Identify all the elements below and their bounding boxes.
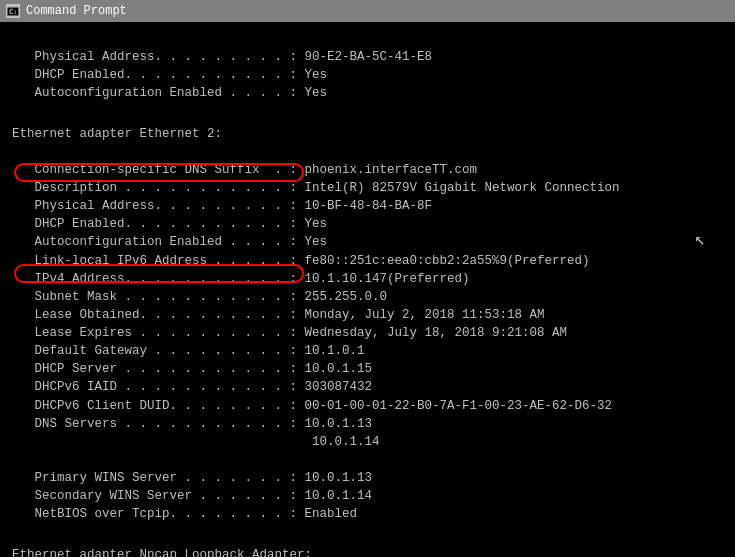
line-description: Description . . . . . . . . . . . : Inte… xyxy=(12,179,723,197)
mouse-cursor-indicator: ↖ xyxy=(694,227,705,253)
line-blank-1 xyxy=(12,103,723,121)
line-dhcpv6-iaid: DHCPv6 IAID . . . . . . . . . . . : 3030… xyxy=(12,378,723,396)
terminal-content[interactable]: Physical Address. . . . . . . . . : 90-E… xyxy=(0,22,735,557)
line-ethernet2-header: Ethernet adapter Ethernet 2: xyxy=(12,125,723,143)
line-physical: Physical Address. . . . . . . . . : 90-E… xyxy=(12,48,723,66)
line-dns-suffix: Connection-specific DNS Suffix . : phoen… xyxy=(12,161,723,179)
line-dhcp-server: DHCP Server . . . . . . . . . . . : 10.0… xyxy=(12,360,723,378)
command-prompt-window: C:\ Command Prompt Physical Address. . .… xyxy=(0,0,735,557)
line-dhcpv6-duid: DHCPv6 Client DUID. . . . . . . . : 00-0… xyxy=(12,397,723,415)
line-primary-wins: Primary WINS Server . . . . . . . : 10.0… xyxy=(12,469,723,487)
line-1 xyxy=(12,30,723,48)
line-secondary-wins: Secondary WINS Server . . . . . . : 10.0… xyxy=(12,487,723,505)
line-blank-2 xyxy=(12,143,723,161)
line-netbios: NetBIOS over Tcpip. . . . . . . . : Enab… xyxy=(12,505,723,523)
line-autoconfig-1: Autoconfiguration Enabled . . . . : Yes xyxy=(12,84,723,102)
line-lease-obtained: Lease Obtained. . . . . . . . . . : Mond… xyxy=(12,306,723,324)
line-npcap-header: Ethernet adapter Npcap Loopback Adapter: xyxy=(12,546,723,558)
line-blank-4 xyxy=(12,523,723,541)
line-dhcp-enabled-1: DHCP Enabled. . . . . . . . . . . : Yes xyxy=(12,66,723,84)
line-dns-servers-2: 10.0.1.14 xyxy=(12,433,723,451)
line-blank-3 xyxy=(12,451,723,469)
window-title: Command Prompt xyxy=(26,4,127,18)
output-lines: Physical Address. . . . . . . . . : 90-E… xyxy=(12,30,723,557)
line-default-gateway: Default Gateway . . . . . . . . . : 10.1… xyxy=(12,342,723,360)
line-ipv6: Link-local IPv6 Address . . . . . : fe80… xyxy=(12,252,723,270)
line-dhcp-enabled-2: DHCP Enabled. . . . . . . . . . . : Yes xyxy=(12,215,723,233)
window-icon: C:\ xyxy=(6,4,20,18)
title-bar: C:\ Command Prompt xyxy=(0,0,735,22)
line-dns-servers-1: DNS Servers . . . . . . . . . . . : 10.0… xyxy=(12,415,723,433)
svg-text:C:\: C:\ xyxy=(9,8,20,16)
line-autoconfig-2: Autoconfiguration Enabled . . . . : Yes xyxy=(12,233,723,251)
line-lease-expires: Lease Expires . . . . . . . . . . : Wedn… xyxy=(12,324,723,342)
line-subnet: Subnet Mask . . . . . . . . . . . : 255.… xyxy=(12,288,723,306)
line-physical-2: Physical Address. . . . . . . . . : 10-B… xyxy=(12,197,723,215)
line-ipv4: IPv4 Address. . . . . . . . . . . : 10.1… xyxy=(12,270,723,288)
